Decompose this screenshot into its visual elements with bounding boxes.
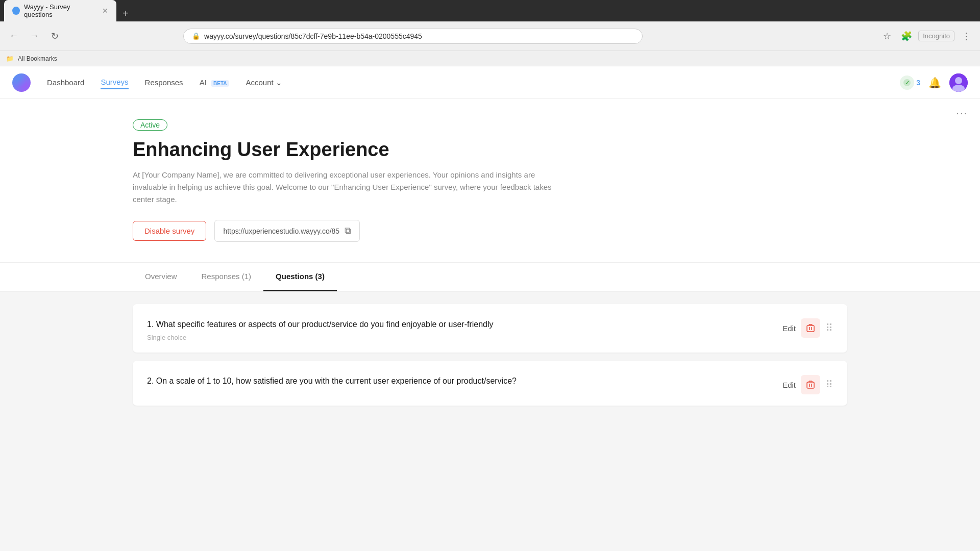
svg-rect-6 bbox=[807, 325, 814, 332]
menu-icon[interactable]: ⋮ bbox=[959, 29, 974, 44]
browser-toolbar: ← → ↻ 🔒 wayyy.co/survey/questions/85c7dc… bbox=[0, 21, 980, 51]
beta-badge: BETA bbox=[211, 80, 229, 87]
tab-title: Wayyy - Survey questions bbox=[24, 3, 96, 18]
question-1-content: 1. What specific features or aspects of … bbox=[147, 318, 774, 341]
copy-link-button[interactable]: ⧉ bbox=[345, 226, 351, 236]
question-1-body: What specific features or aspects of our… bbox=[156, 320, 494, 329]
new-tab-button[interactable]: + bbox=[118, 6, 133, 21]
svg-rect-12 bbox=[807, 382, 814, 388]
incognito-label: Incognito bbox=[918, 31, 954, 41]
badge-circle: ✓ bbox=[900, 76, 914, 90]
nav-right: ✓ 3 🔔 bbox=[900, 73, 968, 92]
badge-button[interactable]: ✓ 3 bbox=[900, 76, 920, 90]
browser-chrome: Wayyy - Survey questions ✕ + ← → ↻ 🔒 way… bbox=[0, 0, 980, 51]
forward-button[interactable]: → bbox=[27, 29, 42, 44]
nav-dashboard[interactable]: Dashboard bbox=[47, 76, 84, 89]
badge-count: 3 bbox=[916, 79, 920, 87]
bookmark-icon[interactable]: ☆ bbox=[879, 29, 895, 44]
question-1-type: Single choice bbox=[147, 334, 774, 341]
tab-questions[interactable]: Questions (3) bbox=[263, 263, 337, 291]
svg-point-0 bbox=[16, 77, 27, 88]
refresh-button[interactable]: ↻ bbox=[47, 29, 62, 44]
bookmarks-bar: 📁 All Bookmarks bbox=[0, 51, 980, 66]
question-2-number: 2. bbox=[147, 377, 154, 385]
question-card-2: 2. On a scale of 1 to 10, how satisfied … bbox=[133, 361, 847, 406]
bookmarks-label: All Bookmarks bbox=[18, 55, 57, 62]
tabs-section: Overview Responses (1) Questions (3) bbox=[0, 263, 980, 292]
nav-responses[interactable]: Responses bbox=[145, 76, 183, 89]
survey-title: Enhancing User Experience bbox=[133, 139, 980, 161]
nav-ai[interactable]: AI BETA bbox=[200, 76, 230, 89]
question-1-edit-button[interactable]: Edit bbox=[782, 324, 796, 333]
question-card-1: 1. What specific features or aspects of … bbox=[133, 304, 847, 353]
disable-survey-button[interactable]: Disable survey bbox=[133, 221, 206, 241]
more-options-button[interactable]: ··· bbox=[956, 107, 968, 119]
url-text: wayyy.co/survey/questions/85c7dcff-7e9b-… bbox=[204, 32, 634, 40]
survey-header-section: ··· Active Enhancing User Experience At … bbox=[0, 99, 980, 263]
bookmarks-folder-icon: 📁 bbox=[6, 55, 14, 62]
questions-section: 1. What specific features or aspects of … bbox=[0, 292, 980, 426]
tab-close-icon[interactable]: ✕ bbox=[102, 7, 108, 15]
tab-responses[interactable]: Responses (1) bbox=[189, 263, 264, 291]
back-button[interactable]: ← bbox=[6, 29, 21, 44]
svg-text:✓: ✓ bbox=[905, 80, 910, 86]
tab-favicon bbox=[12, 7, 20, 15]
app-logo bbox=[12, 73, 31, 92]
svg-point-4 bbox=[955, 77, 962, 84]
address-bar[interactable]: 🔒 wayyy.co/survey/questions/85c7dcff-7e9… bbox=[183, 29, 643, 44]
question-2-edit-button[interactable]: Edit bbox=[782, 381, 796, 389]
question-1-text: 1. What specific features or aspects of … bbox=[147, 318, 774, 331]
question-1-delete-button[interactable] bbox=[801, 318, 820, 338]
status-badge: Active bbox=[133, 119, 167, 131]
question-2-actions: Edit ⠿ bbox=[782, 375, 833, 394]
survey-link-text: https://uxperiencestudio.wayyy.co/85 bbox=[223, 227, 339, 235]
lock-icon: 🔒 bbox=[192, 32, 200, 40]
question-1-actions: Edit ⠿ bbox=[782, 318, 833, 338]
question-1-drag-handle[interactable]: ⠿ bbox=[825, 322, 833, 334]
survey-link-container: https://uxperiencestudio.wayyy.co/85 ⧉ bbox=[214, 220, 360, 242]
survey-description: At [Your Company Name], we are committed… bbox=[133, 169, 556, 206]
app-nav: Dashboard Surveys Responses AI BETA Acco… bbox=[0, 66, 980, 99]
toolbar-actions: ☆ 🧩 Incognito ⋮ bbox=[879, 29, 974, 44]
nav-surveys[interactable]: Surveys bbox=[101, 76, 128, 89]
tabs-list: Overview Responses (1) Questions (3) bbox=[133, 263, 847, 291]
question-2-delete-button[interactable] bbox=[801, 375, 820, 394]
survey-actions: Disable survey https://uxperiencestudio.… bbox=[133, 220, 980, 242]
browser-tabs: Wayyy - Survey questions ✕ + bbox=[0, 0, 980, 21]
question-1-number: 1. bbox=[147, 320, 154, 329]
question-2-text: 2. On a scale of 1 to 10, how satisfied … bbox=[147, 375, 774, 387]
extensions-icon[interactable]: 🧩 bbox=[899, 29, 914, 44]
nav-account[interactable]: Account ⌄ bbox=[246, 76, 282, 89]
avatar[interactable] bbox=[949, 73, 968, 92]
tab-overview[interactable]: Overview bbox=[133, 263, 189, 291]
question-2-drag-handle[interactable]: ⠿ bbox=[825, 379, 833, 391]
question-2-content: 2. On a scale of 1 to 10, how satisfied … bbox=[147, 375, 774, 390]
notification-button[interactable]: 🔔 bbox=[928, 77, 941, 89]
question-2-body: On a scale of 1 to 10, how satisfied are… bbox=[156, 377, 517, 385]
active-tab[interactable]: Wayyy - Survey questions ✕ bbox=[4, 0, 116, 21]
